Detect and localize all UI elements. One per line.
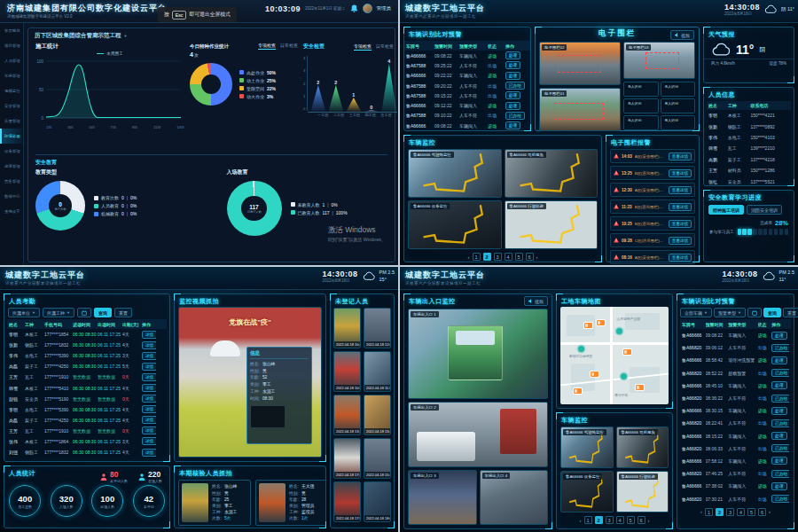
handle-button[interactable]: 已办结 (771, 444, 789, 452)
truck-marker[interactable] (574, 388, 582, 394)
truck-marker[interactable] (591, 372, 598, 377)
video-button[interactable]: 视频 (670, 30, 694, 40)
handle-button[interactable]: 处理 (505, 51, 520, 59)
sidebar-item[interactable]: 进度管理 (0, 159, 23, 174)
sidebar-item[interactable]: 劳务管理 (0, 174, 23, 189)
detail-button[interactable]: 详情 (142, 395, 156, 403)
fence-thumb[interactable]: 无人识别 (623, 98, 659, 113)
worktype-filter-select[interactable]: 所属工种▼ (43, 308, 74, 317)
sidebar-item[interactable]: 质量管理 (0, 113, 23, 129)
handle-button[interactable]: 处理 (505, 91, 520, 99)
reset-button[interactable]: 重置 (114, 308, 132, 317)
next-page[interactable]: › (648, 518, 650, 523)
page-number[interactable]: 4 (737, 508, 745, 516)
detail-button[interactable]: 详情 (142, 426, 156, 434)
unregistered-photo[interactable]: 2022-04-18 17:50:30 (333, 481, 361, 522)
page-number[interactable]: 5 (515, 253, 523, 261)
handle-button[interactable]: 已办结 (505, 82, 525, 90)
handle-button[interactable]: 处理 (771, 381, 786, 389)
page-number[interactable]: 6 (638, 516, 645, 524)
truck-marker[interactable] (623, 349, 631, 355)
alarm-detail-button[interactable]: 查看详情 (669, 237, 692, 245)
sidebar-item[interactable]: 车辆管理 (0, 68, 23, 83)
camera-feed[interactable]: 鲁A66666 行驶轨迹 (616, 471, 669, 512)
vehicle-map[interactable]: 山东智慧产业园 章锦综合保税区 唐冶中路 (560, 307, 669, 404)
tab-fire-training[interactable]: 消防安全培训 (747, 205, 782, 215)
camera-feed[interactable]: 鲁A66666 驾驶舱监控 (560, 426, 614, 468)
sidebar-item[interactable]: 安全管理 (0, 98, 23, 113)
handle-button[interactable]: 已办结 (771, 495, 789, 503)
date-picker[interactable] (747, 308, 762, 317)
next-page[interactable]: › (769, 509, 771, 514)
page-number[interactable]: 2 (483, 253, 491, 261)
handle-button[interactable]: 处理 (771, 356, 786, 364)
handle-button[interactable]: 处理 (505, 121, 520, 129)
page-number[interactable]: 2 (595, 516, 603, 524)
alarm-detail-button[interactable]: 查看详情 (669, 203, 692, 211)
prev-page[interactable]: ‹ (700, 509, 702, 514)
handle-button[interactable]: 处理 (505, 61, 520, 69)
gate-feed-3[interactable]: 车辆出入口 3 (408, 470, 477, 525)
camera-feed[interactable]: 鲁A66666 驾驶舱监控 (408, 149, 502, 198)
alarm-detail-button[interactable]: 查看详情 (669, 169, 692, 177)
handle-button[interactable]: 已办结 (771, 369, 789, 377)
fence-thumb[interactable]: 有人识别 (661, 115, 696, 130)
tab-daily[interactable]: 日常检查 (376, 43, 394, 51)
sidebar-item[interactable]: 项目管理 (0, 38, 23, 53)
camera-feed[interactable]: 鲁A66666 行驶轨迹 (505, 200, 598, 249)
site-pin[interactable] (578, 346, 584, 352)
page-number[interactable]: 1 (473, 253, 481, 261)
page-number[interactable]: 2 (716, 508, 724, 516)
sidebar-item[interactable]: 首页概览 (0, 23, 23, 38)
alarm-detail-button[interactable]: 查看详情 (669, 254, 692, 262)
reset-button[interactable]: 重置 (783, 308, 798, 317)
sidebar-item[interactable]: 设备管理 (0, 144, 23, 159)
detail-button[interactable]: 详情 (142, 384, 156, 392)
fence-thumb[interactable]: 无人识别 (623, 82, 659, 97)
page-number[interactable]: 1 (705, 508, 713, 516)
alarm-detail-button[interactable]: 查看详情 (669, 153, 692, 160)
handle-button[interactable]: 已办结 (505, 112, 525, 120)
unregistered-photo[interactable]: 2022-04-18 13:40:30 (364, 395, 391, 435)
alarm-detail-button[interactable]: 查看详情 (669, 220, 692, 228)
detail-button[interactable]: 详情 (142, 352, 156, 360)
page-number[interactable]: 4 (616, 516, 624, 524)
prev-page[interactable]: ‹ (580, 518, 582, 523)
camera-feed[interactable]: 鲁A66666 设备监控 (560, 471, 614, 512)
query-button[interactable]: 查询 (763, 308, 781, 317)
fence-feed-02[interactable]: 电子围栏02 (539, 42, 621, 85)
unregistered-photo[interactable]: 2022-04-18 12:06:13 (364, 308, 391, 348)
page-number[interactable]: 6 (526, 253, 534, 261)
handle-button[interactable]: 处理 (771, 407, 786, 415)
video-button[interactable]: 视频 (524, 296, 548, 306)
fence-feed-03[interactable]: 电子围栏03 (623, 42, 695, 79)
sidebar-item[interactable]: 人员管理 (0, 53, 23, 68)
sidebar-item[interactable]: 数据中心 (0, 189, 23, 204)
unregistered-photo[interactable]: 2022-04-18 13:20:30 (333, 395, 361, 435)
detail-button[interactable]: 详情 (142, 437, 156, 445)
tab-special-training[interactable]: 特种施工培训 (708, 205, 744, 215)
prev-page[interactable]: ‹ (468, 254, 470, 260)
gate-feed-1[interactable]: 车辆出入口 1 (408, 309, 548, 399)
alarm-detail-button[interactable]: 查看详情 (669, 186, 692, 194)
camera-feed[interactable]: 鲁A66666 司机视角 (616, 426, 669, 468)
truck-marker[interactable] (597, 320, 605, 325)
fence-thumb[interactable]: 无人识别 (661, 82, 696, 97)
handle-button[interactable]: 处理 (771, 432, 786, 440)
handle-button[interactable]: 处理 (505, 72, 520, 80)
unregistered-photo[interactable]: 2022-04-18 18:02:11 (364, 481, 391, 522)
handle-button[interactable]: 已办结 (771, 344, 789, 352)
detail-button[interactable]: 详情 (142, 331, 156, 339)
next-page[interactable]: › (536, 254, 538, 260)
detail-button[interactable]: 详情 (142, 405, 156, 413)
snapshot-photo[interactable]: 党旗在战"疫" 信息 姓名:张山峰性别:男年龄:52类别:零工工种:水泥工时间:… (178, 307, 322, 458)
page-number[interactable]: 5 (627, 516, 635, 524)
page-number[interactable]: 3 (726, 508, 734, 516)
tab-daily-check[interactable]: 日常检查 (280, 43, 298, 50)
handle-button[interactable]: 已办结 (771, 470, 789, 478)
handle-button[interactable]: 已办结 (771, 395, 789, 403)
page-number[interactable]: 5 (747, 508, 755, 516)
camera-feed[interactable]: 鲁A66666 设备监控 (408, 200, 502, 249)
gate-feed-2[interactable]: 车辆出入口 2 (408, 402, 548, 467)
tab-special[interactable]: 专项检查 (354, 43, 372, 51)
